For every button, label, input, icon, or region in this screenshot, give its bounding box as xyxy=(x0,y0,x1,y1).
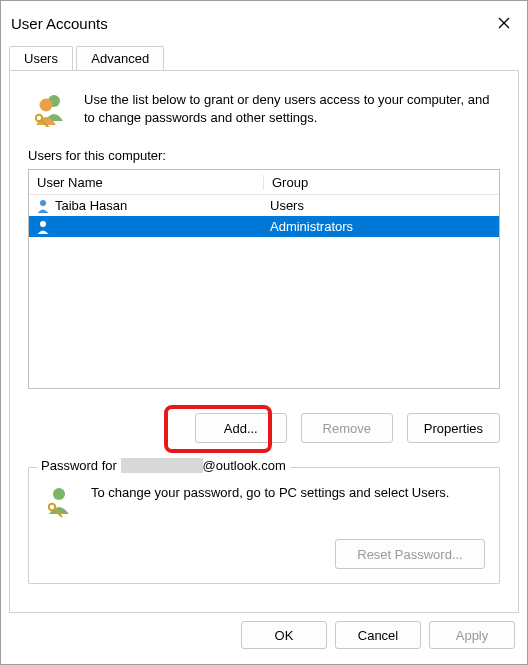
column-group[interactable]: Group xyxy=(264,175,499,190)
svg-point-8 xyxy=(53,488,65,500)
users-list-header: User Name Group xyxy=(29,170,499,195)
svg-point-3 xyxy=(40,99,53,112)
user-icon xyxy=(35,219,51,235)
svg-point-6 xyxy=(40,200,46,206)
close-icon xyxy=(498,17,510,29)
svg-point-7 xyxy=(40,221,46,227)
user-accounts-window: User Accounts Users Advanced xyxy=(0,0,528,665)
tab-advanced[interactable]: Advanced xyxy=(76,46,164,70)
key-user-icon xyxy=(43,484,77,521)
table-row[interactable]: Taiba Hasan Users xyxy=(29,195,499,216)
column-username[interactable]: User Name xyxy=(29,175,264,190)
reset-password-button[interactable]: Reset Password... xyxy=(335,539,485,569)
tab-page-users: Use the list below to grant or deny user… xyxy=(9,71,519,613)
intro: Use the list below to grant or deny user… xyxy=(28,87,500,148)
cancel-button[interactable]: Cancel xyxy=(335,621,421,649)
users-listbox[interactable]: User Name Group Taiba Hasan Users xyxy=(28,169,500,389)
apply-button[interactable]: Apply xyxy=(429,621,515,649)
password-text: To change your password, go to PC settin… xyxy=(91,484,485,502)
dialog-buttons: OK Cancel Apply xyxy=(1,621,527,659)
close-button[interactable] xyxy=(481,1,527,45)
password-legend: Password for @outlook.com xyxy=(37,458,290,473)
users-icon xyxy=(32,91,68,130)
password-legend-prefix: Password for xyxy=(41,458,117,473)
user-icon xyxy=(35,198,51,214)
users-list-label: Users for this computer: xyxy=(28,148,500,163)
cell-group: Administrators xyxy=(264,219,499,234)
users-actions: Add... Remove Properties xyxy=(28,413,500,443)
intro-text: Use the list below to grant or deny user… xyxy=(84,91,500,127)
add-user-button[interactable]: Add... xyxy=(195,413,287,443)
remove-user-button[interactable]: Remove xyxy=(301,413,393,443)
redacted-username xyxy=(121,458,203,473)
password-groupbox: Password for @outlook.com To change your… xyxy=(28,467,500,584)
window-title: User Accounts xyxy=(11,15,481,32)
properties-button[interactable]: Properties xyxy=(407,413,500,443)
tab-users[interactable]: Users xyxy=(9,46,73,70)
ok-button[interactable]: OK xyxy=(241,621,327,649)
tab-strip: Users Advanced xyxy=(1,45,527,71)
cell-username: Taiba Hasan xyxy=(55,198,127,213)
titlebar: User Accounts xyxy=(1,1,527,45)
cell-group: Users xyxy=(264,198,499,213)
password-legend-suffix: @outlook.com xyxy=(203,458,286,473)
table-row[interactable]: Administrators xyxy=(29,216,499,237)
